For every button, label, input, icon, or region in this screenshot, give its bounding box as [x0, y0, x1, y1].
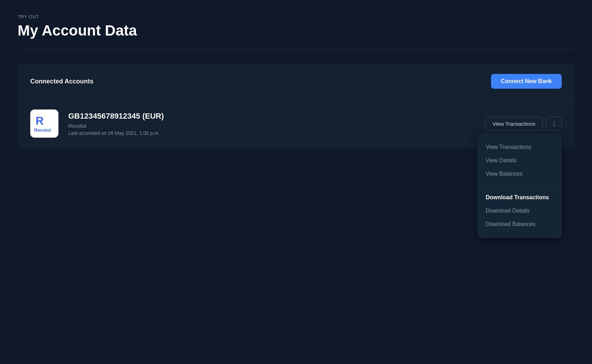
view-transactions-button[interactable]: View Transactions: [485, 117, 543, 131]
page-container: TRY OUT My Account Data Connected Accoun…: [0, 0, 592, 162]
dropdown-download-details[interactable]: Download Details: [477, 204, 562, 218]
dropdown-menu: View Transactions View Details View Bala…: [477, 133, 562, 238]
account-actions: View Transactions ⋮ View Transactions Vi…: [485, 117, 562, 131]
account-iban: GB12345678912345 (EUR): [68, 112, 485, 121]
connected-accounts-card: Connected Accounts Connect New Bank R Re…: [18, 64, 574, 148]
page-title: My Account Data: [18, 22, 574, 39]
connect-new-bank-button[interactable]: Connect New Bank: [491, 74, 562, 89]
dropdown-view-section: View Transactions View Details View Bala…: [477, 139, 562, 182]
page-subtitle: TRY OUT: [18, 14, 574, 19]
account-bank-name: Revolut: [68, 123, 485, 129]
dropdown-download-transactions[interactable]: Download Transactions: [477, 191, 562, 204]
dropdown-view-balances[interactable]: View Balances: [477, 167, 562, 181]
dropdown-view-details[interactable]: View Details: [477, 154, 562, 167]
dropdown-download-section: Download Transactions Download Details D…: [477, 186, 562, 232]
account-info: GB12345678912345 (EUR) Revolut Last acce…: [68, 112, 485, 136]
section-divider: [18, 50, 574, 50]
dropdown-download-balances[interactable]: Download Balances: [477, 218, 562, 231]
revolut-logo-svg: R Revolut: [32, 111, 57, 136]
bank-logo: R Revolut: [30, 109, 58, 138]
svg-text:R: R: [36, 114, 44, 127]
account-row: R Revolut GB12345678912345 (EUR) Revolut…: [18, 99, 574, 148]
card-header: Connected Accounts Connect New Bank: [18, 64, 574, 99]
dropdown-view-transactions[interactable]: View Transactions: [477, 140, 562, 154]
more-options-button[interactable]: ⋮: [546, 117, 562, 131]
account-last-accessed: Last accessed on 26 May 2021, 1:00 p.m.: [68, 130, 485, 136]
svg-text:Revolut: Revolut: [34, 127, 51, 133]
section-title: Connected Accounts: [30, 78, 93, 85]
